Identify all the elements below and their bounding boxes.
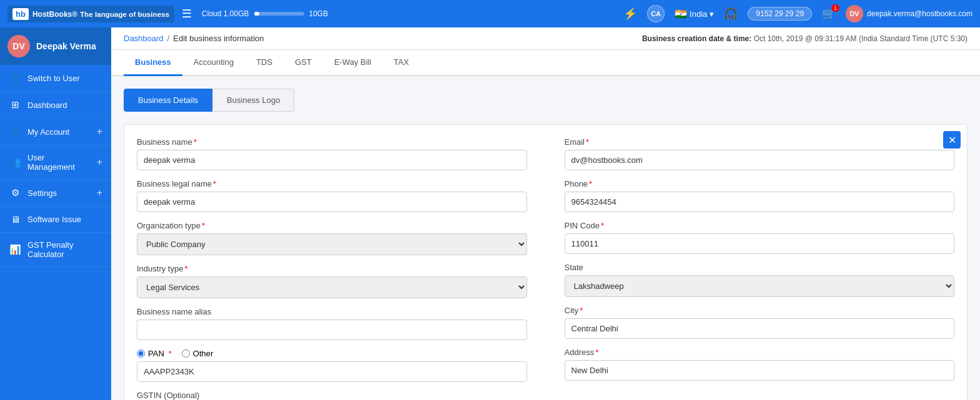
logo-hb: hb <box>12 8 29 20</box>
breadcrumb-dashboard-link[interactable]: Dashboard <box>124 34 164 43</box>
other-radio-label[interactable]: Other <box>182 349 214 358</box>
email-input[interactable] <box>565 150 955 170</box>
sub-tab-business-logo[interactable]: Business Logo <box>212 89 294 112</box>
address-input[interactable] <box>565 360 955 381</box>
sidebar-item-software-issue[interactable]: 🖥 Software Issue <box>0 207 111 233</box>
pin-label: PIN Code* <box>565 221 955 230</box>
city-input[interactable] <box>565 318 955 339</box>
form-grid: Business name* Business legal name* <box>137 137 954 400</box>
pan-radio[interactable] <box>137 349 145 358</box>
creation-date-label: Business creation date & time: <box>642 34 751 43</box>
sidebar-label-switch-to-user: Switch to User <box>27 74 102 83</box>
address-group: Address* <box>565 348 955 381</box>
main-layout: DV Deepak Verma 👤 Switch to User ⊞ Dashb… <box>0 27 980 400</box>
business-alias-label: Business name alias <box>137 307 527 316</box>
switch-user-icon: 👤 <box>9 72 21 84</box>
pin-input[interactable] <box>565 233 955 254</box>
dashboard-icon: ⊞ <box>9 99 21 110</box>
sub-tabs: Business Details Business Logo <box>124 89 968 112</box>
org-type-select[interactable]: Public Company Private Company Partnersh… <box>137 233 527 255</box>
india-chevron-icon: ▾ <box>710 9 714 19</box>
pin-group: PIN Code* <box>565 221 955 254</box>
sidebar-item-dashboard[interactable]: ⊞ Dashboard <box>0 92 111 119</box>
india-flag-icon: 🇮🇳 <box>675 8 687 20</box>
user-menu-btn[interactable]: DV deepak.verma@hostbooks.com <box>846 5 973 22</box>
headphone-icon: 🎧 <box>724 7 738 20</box>
storage-info: Cloud 1.00GB 10GB <box>202 9 328 18</box>
org-type-label: Organization type* <box>137 221 527 230</box>
form-left-column: Business name* Business legal name* <box>137 137 527 400</box>
cart-icon-btn[interactable]: 🛒 1 <box>822 7 836 21</box>
avatar: DV <box>7 35 30 57</box>
state-group: State Lakshadweep Delhi Maharashtra Karn… <box>565 263 955 297</box>
tab-gst[interactable]: GST <box>284 50 323 76</box>
state-select[interactable]: Lakshadweep Delhi Maharashtra Karnataka … <box>565 275 955 297</box>
pan-input[interactable] <box>137 361 527 382</box>
business-name-input[interactable] <box>137 150 527 170</box>
pan-label-text: PAN <box>148 349 164 358</box>
sidebar-label-my-account: My Account <box>27 127 91 137</box>
lightning-icon-btn[interactable]: ⚡ <box>623 7 637 21</box>
phone-btn[interactable]: 9152 29 29 29 <box>748 7 812 21</box>
business-alias-input[interactable] <box>137 320 527 340</box>
tab-eway-bill[interactable]: E-Way Bill <box>323 50 382 76</box>
close-panel-button[interactable]: ✕ <box>943 131 961 149</box>
hamburger-icon[interactable]: ☰ <box>182 7 192 21</box>
sidebar-item-gst-penalty[interactable]: 📊 GST Penalty Calculator <box>0 233 111 267</box>
email-group: Email* <box>565 137 955 170</box>
breadcrumb-bar: Dashboard / Edit business information Bu… <box>111 27 980 50</box>
phone-group: Phone* <box>565 179 955 212</box>
cart-badge: 1 <box>831 4 839 12</box>
sidebar-item-user-management[interactable]: 👥 User Management + <box>0 145 111 180</box>
sidebar-item-settings[interactable]: ⚙ Settings + <box>0 180 111 207</box>
sidebar-item-switch-to-user[interactable]: 👤 Switch to User <box>0 65 111 92</box>
india-flag-btn[interactable]: 🇮🇳 India ▾ <box>675 8 714 20</box>
business-name-label: Business name* <box>137 137 527 147</box>
logo-tagline: The language of business <box>80 10 169 18</box>
sub-tab-business-details[interactable]: Business Details <box>124 89 212 112</box>
user-email: deepak.verma@hostbooks.com <box>867 9 973 18</box>
tab-accounting[interactable]: Accounting <box>182 50 245 76</box>
sidebar-label-settings: Settings <box>27 188 91 198</box>
support-icon-btn[interactable]: 🎧 <box>724 7 738 21</box>
sidebar: DV Deepak Verma 👤 Switch to User ⊞ Dashb… <box>0 27 111 400</box>
business-legal-name-input[interactable] <box>137 192 527 212</box>
creation-date-value: Oct 10th, 2019 @ 09:31:19 AM (India Stan… <box>754 34 968 43</box>
sidebar-label-user-management: User Management <box>27 153 91 172</box>
phone-input[interactable] <box>565 192 955 212</box>
content-area: Business Details Business Logo ✕ Busines… <box>111 76 980 400</box>
gstin-label: GSTIN (Optional) <box>137 391 527 400</box>
lightning-icon: ⚡ <box>623 7 637 20</box>
form-panel: ✕ Business name* Business legal na <box>124 124 968 400</box>
email-label: Email* <box>565 137 955 147</box>
business-alias-group: Business name alias <box>137 307 527 340</box>
business-legal-name-label: Business legal name* <box>137 179 527 188</box>
software-issue-icon: 🖥 <box>9 214 21 225</box>
sidebar-label-software-issue: Software Issue <box>27 215 102 224</box>
main-content: Dashboard / Edit business information Bu… <box>111 27 980 400</box>
logo: hb HostBooks® The language of business <box>7 6 174 22</box>
breadcrumb-separator: / <box>167 34 170 43</box>
india-label: India <box>690 9 707 19</box>
pan-group: PAN* Other <box>137 349 527 382</box>
form-right-column: Email* Phone* PIN Code* <box>565 137 955 400</box>
org-type-group: Organization type* Public Company Privat… <box>137 221 527 255</box>
creation-date: Business creation date & time: Oct 10th,… <box>642 34 968 43</box>
tab-tax[interactable]: TAX <box>382 50 420 76</box>
industry-type-select[interactable]: Legal Services Accounting Technology Hea… <box>137 276 527 298</box>
tab-business[interactable]: Business <box>124 50 182 76</box>
ca-badge: CA <box>647 5 665 22</box>
user-management-icon: 👥 <box>9 157 21 168</box>
business-name-group: Business name* <box>137 137 527 170</box>
breadcrumb: Dashboard / Edit business information <box>124 34 264 43</box>
storage-total: 10GB <box>309 9 329 18</box>
state-label: State <box>565 263 955 272</box>
other-label-text: Other <box>193 349 214 358</box>
pan-radio-label[interactable]: PAN* <box>137 349 172 358</box>
other-radio[interactable] <box>182 349 190 358</box>
pan-radio-group: PAN* Other <box>137 349 527 358</box>
tab-tds[interactable]: TDS <box>245 50 284 76</box>
sidebar-user: DV Deepak Verma <box>0 27 111 65</box>
gst-penalty-icon: 📊 <box>9 244 21 255</box>
sidebar-item-my-account[interactable]: 👤 My Account + <box>0 119 111 145</box>
